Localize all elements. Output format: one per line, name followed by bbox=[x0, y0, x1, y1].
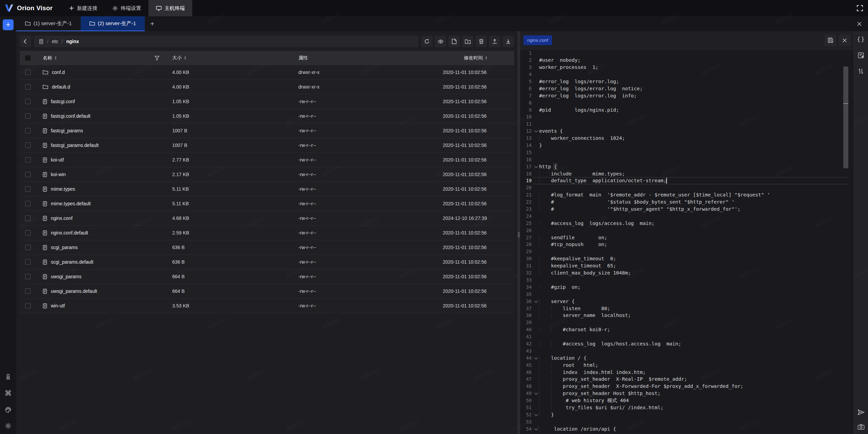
file-name-cell[interactable]: nginx.conf.default bbox=[39, 230, 168, 235]
code-line[interactable]: 54 location /orion/api { bbox=[520, 425, 854, 432]
tab-server-2[interactable]: (2) server-生产-1 bbox=[81, 16, 145, 31]
row-checkbox[interactable] bbox=[25, 201, 31, 206]
send-icon[interactable] bbox=[857, 409, 865, 416]
code-line[interactable]: 31 keepalive_timeout 65; bbox=[520, 262, 854, 269]
code-line[interactable]: 28 #tcp_nopush on; bbox=[520, 241, 854, 248]
code-line[interactable]: 53 bbox=[520, 418, 854, 425]
file-name-cell[interactable]: mime.types.default bbox=[39, 201, 168, 206]
new-file-button[interactable] bbox=[448, 36, 460, 47]
table-row[interactable]: fastcgi_params.default1007 B-rw-r--r--20… bbox=[20, 138, 514, 153]
code-line[interactable]: 6#error_log logs/error.log notice; bbox=[520, 85, 854, 92]
code-line[interactable]: 30 #keepalive_timeout 0; bbox=[520, 255, 854, 262]
file-name-cell[interactable]: fastcgi.conf bbox=[39, 99, 168, 104]
file-name-cell[interactable]: default.d bbox=[39, 84, 168, 90]
row-checkbox[interactable] bbox=[25, 113, 31, 119]
row-checkbox[interactable] bbox=[25, 303, 31, 308]
close-icon[interactable] bbox=[857, 21, 862, 26]
row-checkbox[interactable] bbox=[25, 128, 31, 133]
code-line[interactable]: 37 listen 80; bbox=[520, 305, 854, 312]
fold-chevron-icon[interactable] bbox=[534, 391, 538, 395]
code-line[interactable]: 19 default_type application/octet-stream… bbox=[520, 177, 854, 184]
file-name-cell[interactable]: fastcgi.conf.default bbox=[39, 113, 168, 119]
code-line[interactable]: 47 proxy_set_header X-Real-IP $remote_ad… bbox=[520, 376, 854, 383]
code-line[interactable]: 34 #gzip on; bbox=[520, 283, 854, 290]
breadcrumb-segment-nginx[interactable]: nginx bbox=[66, 39, 79, 44]
fold-chevron-icon[interactable] bbox=[534, 412, 538, 416]
table-row[interactable]: scgi_params636 B-rw-r--r--2020-11-01 10:… bbox=[20, 240, 514, 255]
table-row[interactable]: win-utf3.53 KB-rw-r--r--2020-11-01 10:02… bbox=[20, 299, 514, 313]
new-tab-button[interactable]: + bbox=[3, 19, 14, 30]
column-header-mtime[interactable]: 修改时间 ▲▼ bbox=[437, 55, 514, 61]
fold-chevron-icon[interactable] bbox=[534, 427, 538, 430]
command-icon[interactable]: ⌘ bbox=[5, 389, 12, 397]
camera-icon[interactable] bbox=[857, 424, 865, 430]
code-line[interactable]: 46 index index.html index.htm; bbox=[520, 369, 854, 376]
row-checkbox[interactable] bbox=[25, 230, 31, 235]
code-line[interactable]: 43 bbox=[520, 347, 854, 354]
fold-chevron-icon[interactable] bbox=[534, 356, 538, 359]
download-button[interactable] bbox=[502, 36, 514, 47]
file-name-cell[interactable]: uwsgi_params bbox=[39, 274, 168, 279]
fold-chevron-icon[interactable] bbox=[534, 164, 538, 168]
code-line[interactable]: 24 bbox=[520, 212, 854, 220]
code-line[interactable]: 18 include mime.types; bbox=[520, 170, 854, 177]
gear-icon[interactable] bbox=[5, 422, 12, 429]
code-line[interactable]: 12events { bbox=[520, 128, 854, 135]
code-line[interactable]: 39 bbox=[520, 319, 854, 326]
code-line[interactable]: 32 client_max_body_size 1048m; bbox=[520, 269, 854, 277]
row-checkbox[interactable] bbox=[25, 172, 31, 177]
table-row[interactable]: scgi_params.default636 B-rw-r--r--2020-1… bbox=[20, 255, 514, 269]
show-hidden-button[interactable] bbox=[435, 36, 446, 47]
table-row[interactable]: koi-utf2.77 KB-rw-r--r--2020-11-01 10:02… bbox=[20, 153, 514, 167]
code-line[interactable]: 36 server { bbox=[520, 298, 854, 305]
code-line[interactable]: 50 # web history 模式 404 bbox=[520, 397, 854, 404]
column-header-size[interactable]: 大小 ▲▼ bbox=[168, 55, 294, 61]
file-name-cell[interactable]: fastcgi_params.default bbox=[39, 143, 168, 148]
code-line[interactable]: 13 worker_connections 1024; bbox=[520, 135, 854, 142]
table-row[interactable]: fastcgi.conf.default1.05 KB-rw-r--r--202… bbox=[20, 109, 514, 124]
code-line[interactable]: 44 location / { bbox=[520, 354, 854, 361]
code-line[interactable]: 40 #charset koi8-r; bbox=[520, 326, 854, 333]
file-name-cell[interactable]: nginx.conf bbox=[39, 215, 168, 221]
file-name-cell[interactable]: koi-win bbox=[39, 172, 168, 177]
code-line[interactable]: 23 # '"$http_user_agent" "$http_x_forwar… bbox=[520, 206, 854, 213]
code-line[interactable]: 49 proxy_set_header Host $http_host; bbox=[520, 390, 854, 397]
file-name-cell[interactable]: scgi_params.default bbox=[39, 259, 168, 265]
row-checkbox[interactable] bbox=[25, 70, 31, 75]
code-line[interactable]: 1 bbox=[520, 50, 854, 57]
braces-icon[interactable]: {} bbox=[857, 36, 865, 43]
new-folder-button[interactable] bbox=[462, 36, 473, 47]
table-row[interactable]: mime.types5.11 KB-rw-r--r--2020-11-01 10… bbox=[20, 182, 514, 196]
row-checkbox[interactable] bbox=[25, 274, 31, 279]
code-line[interactable]: 38 server_name localhost; bbox=[520, 312, 854, 319]
select-all-checkbox[interactable] bbox=[25, 55, 31, 61]
code-line[interactable]: 33 bbox=[520, 277, 854, 284]
code-line[interactable]: 7#error_log logs/error.log info; bbox=[520, 92, 854, 99]
row-checkbox[interactable] bbox=[25, 215, 31, 221]
filter-icon[interactable] bbox=[155, 56, 159, 60]
table-row[interactable]: default.d4.00 KBdrwxr-xr-x2020-11-01 10:… bbox=[20, 80, 514, 94]
code-line[interactable]: 2#user nobody; bbox=[520, 57, 854, 64]
code-line[interactable]: 26 bbox=[520, 227, 854, 234]
code-line[interactable]: 25 #access_log logs/access.log main; bbox=[520, 220, 854, 227]
file-name-cell[interactable]: conf.d bbox=[39, 70, 168, 75]
refresh-button[interactable] bbox=[421, 36, 433, 47]
table-row[interactable]: koi-win2.17 KB-rw-r--r--2020-11-01 10:02… bbox=[20, 167, 514, 182]
file-name-cell[interactable]: uwsgi_params.default bbox=[39, 288, 168, 294]
file-name-cell[interactable]: win-utf bbox=[39, 303, 168, 308]
code-line[interactable]: 20 bbox=[520, 184, 854, 191]
code-line[interactable]: 15 bbox=[520, 149, 854, 156]
code-line[interactable]: 16 bbox=[520, 156, 854, 163]
editor-scrollbar[interactable] bbox=[843, 67, 848, 168]
column-header-name[interactable]: 名称 ▲▼ bbox=[39, 55, 168, 61]
menu-item-new-connection[interactable]: 新建连接 bbox=[61, 0, 105, 16]
row-checkbox[interactable] bbox=[25, 186, 31, 192]
tab-server-1[interactable]: (1) server-生产-1 bbox=[16, 16, 81, 31]
code-line[interactable]: 22 # '$status $body_bytes_sent "$http_re… bbox=[520, 199, 854, 206]
menu-item-terminal-settings[interactable]: 终端设置 bbox=[105, 0, 149, 16]
menu-item-host-terminal[interactable]: 主机终端 bbox=[149, 0, 192, 16]
code-line[interactable]: 41 bbox=[520, 333, 854, 340]
code-line[interactable]: 9#pid logs/nginx.pid; bbox=[520, 106, 854, 113]
table-row[interactable]: uwsgi_params664 B-rw-r--r--2020-11-01 10… bbox=[20, 269, 514, 284]
swap-arrows-icon[interactable] bbox=[858, 68, 864, 75]
